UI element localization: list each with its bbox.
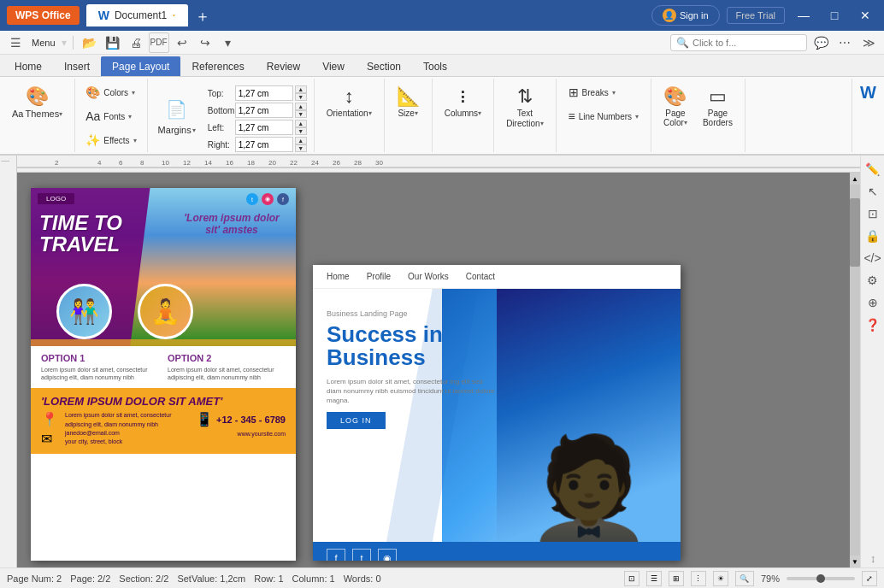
sidebar-collapse-button[interactable]: ≫: [858, 32, 879, 53]
sign-in-button[interactable]: 👤 Sign in: [651, 5, 720, 26]
bottom-spin-up[interactable]: ▲: [295, 103, 307, 110]
text-direction-button[interactable]: ⇅ Text Direction ▾: [501, 82, 548, 132]
help-tool-button[interactable]: ❓: [863, 315, 883, 335]
hero-person: 🧑‍💼: [497, 289, 681, 542]
bottom-spinner[interactable]: ▲ ▼: [295, 103, 307, 118]
nav-home: Home: [327, 272, 350, 281]
free-trial-button[interactable]: Free Trial: [727, 7, 785, 24]
wps-office-button[interactable]: WPS Office: [7, 6, 80, 25]
lock-tool-button[interactable]: 🔒: [863, 226, 883, 246]
page-borders-button[interactable]: ▭ Page Borders: [698, 82, 738, 131]
tab-section[interactable]: Section: [356, 56, 412, 76]
document-tab[interactable]: W Document1 ·: [86, 4, 188, 26]
text-direction-label: Text: [517, 109, 533, 118]
margins-button[interactable]: Margins ▾: [153, 121, 201, 138]
menu-button[interactable]: ☰: [5, 32, 26, 53]
open-button[interactable]: 📂: [80, 32, 100, 53]
view-mode-5[interactable]: ☀: [713, 571, 728, 586]
undo-button[interactable]: ↩: [172, 32, 192, 53]
top-spinner[interactable]: ▲ ▼: [295, 85, 307, 101]
fonts-button[interactable]: Aa Fonts ▾: [80, 106, 137, 126]
right-input[interactable]: [235, 137, 293, 152]
left-label: Left:: [208, 123, 233, 132]
pointer-tool-button[interactable]: ↖: [863, 181, 883, 202]
tab-home[interactable]: Home: [3, 56, 53, 76]
edit-tool-button[interactable]: ✏️: [863, 159, 883, 179]
svg-text:24: 24: [311, 159, 319, 167]
breaks-button[interactable]: ⊞ Breaks ▾: [563, 82, 621, 103]
zoom-slider[interactable]: [787, 577, 855, 580]
left-spinner[interactable]: ▲ ▼: [295, 120, 307, 135]
themes-button[interactable]: 🎨 Aa Themes ▾: [7, 82, 68, 122]
crop-tool-button[interactable]: ⊡: [863, 203, 883, 224]
ribbon-group-page-color: 🎨 Page Color ▾ ▭ Page Borders: [651, 79, 746, 152]
right-spin-up[interactable]: ▲: [295, 137, 307, 144]
code-tool-button[interactable]: </>: [863, 248, 883, 268]
tab-tools[interactable]: Tools: [412, 56, 458, 76]
view-mode-4[interactable]: ⋮: [691, 571, 706, 586]
login-button[interactable]: LOG IN: [327, 412, 386, 429]
redo-button[interactable]: ↪: [195, 32, 215, 53]
zoom-slider-thumb[interactable]: [816, 574, 825, 583]
tab-references[interactable]: References: [180, 56, 255, 76]
scroll-up-button[interactable]: ▲: [850, 173, 860, 185]
top-spin-up[interactable]: ▲: [295, 85, 307, 93]
footer-twitter-icon[interactable]: t: [352, 549, 371, 561]
minimize-button[interactable]: —: [792, 7, 816, 24]
settings-tool-button[interactable]: ⚙: [863, 270, 883, 291]
view-mode-1[interactable]: ⊡: [624, 571, 639, 586]
hero-description: Lorem ipsum dolor sit amet, consectetur …: [327, 377, 498, 406]
page-color-button[interactable]: 🎨 Page Color ▾: [658, 82, 692, 131]
left-input[interactable]: [235, 120, 293, 135]
search-input[interactable]: [692, 38, 795, 48]
tab-view[interactable]: View: [311, 56, 356, 76]
print-button[interactable]: 🖨: [126, 32, 146, 53]
bottom-spin-down[interactable]: ▼: [295, 110, 307, 118]
layers-tool-button[interactable]: ⊕: [863, 292, 883, 313]
bottom-input[interactable]: [235, 103, 293, 118]
view-mode-2[interactable]: ☰: [646, 571, 662, 586]
size-button[interactable]: 📐 Size ▾: [392, 82, 425, 121]
left-spin-down[interactable]: ▼: [295, 127, 307, 135]
search-box[interactable]: 🔍: [670, 34, 807, 51]
orientation-label: Orientation: [327, 109, 368, 118]
footer-facebook-icon[interactable]: f: [327, 549, 345, 561]
tab-review[interactable]: Review: [256, 56, 311, 76]
top-label: Top:: [208, 89, 233, 98]
line-numbers-button[interactable]: ≡ Line Numbers ▾: [563, 106, 644, 126]
left-spin-up[interactable]: ▲: [295, 120, 307, 127]
effects-button[interactable]: ✨ Effects ▾: [80, 130, 141, 150]
right-spin-down[interactable]: ▼: [295, 144, 307, 152]
tab-insert[interactable]: Insert: [53, 56, 101, 76]
resize-handle[interactable]: ⤡: [869, 555, 876, 564]
columns-button[interactable]: ⫶ Columns ▾: [439, 82, 486, 121]
scrollbar-thumb[interactable]: [850, 198, 860, 267]
right-label: Right:: [208, 140, 233, 150]
view-mode-3[interactable]: ⊞: [669, 571, 684, 586]
vertical-scrollbar[interactable]: ▲ ▼: [850, 173, 860, 567]
colors-button[interactable]: 🎨 Colors ▾: [80, 82, 140, 103]
right-spinner[interactable]: ▲ ▼: [295, 137, 307, 152]
zoom-in-button[interactable]: 🔍: [735, 571, 754, 586]
menu-label[interactable]: Menu: [28, 38, 59, 48]
size-icon: 📐: [397, 85, 420, 108]
zoom-out-button[interactable]: ⤢: [862, 571, 877, 586]
tab-page-layout[interactable]: Page Layout: [101, 56, 180, 76]
more-options-button[interactable]: ⋯: [834, 32, 855, 53]
ribbon-group-themes: 🎨 Aa Themes ▾: [0, 79, 75, 152]
scroll-down-button[interactable]: ▼: [850, 556, 860, 567]
page-1: LOGO t ◉ f TIME TO TRAVEL ': [31, 188, 296, 561]
pdf-button[interactable]: PDF: [149, 32, 169, 53]
add-tab-button[interactable]: ＋: [190, 6, 215, 26]
comments-button[interactable]: 💬: [810, 32, 831, 53]
w-button[interactable]: W: [852, 79, 884, 152]
close-button[interactable]: ✕: [853, 7, 877, 24]
page-borders-label: Page: [703, 109, 733, 118]
footer-instagram-icon[interactable]: ◉: [378, 549, 397, 561]
orientation-button[interactable]: ↕ Orientation ▾: [321, 82, 377, 121]
top-input[interactable]: [235, 85, 293, 101]
maximize-button[interactable]: □: [822, 7, 846, 24]
top-spin-down[interactable]: ▼: [295, 93, 307, 101]
more-button[interactable]: ▾: [218, 32, 239, 53]
save-button[interactable]: 💾: [103, 32, 123, 53]
